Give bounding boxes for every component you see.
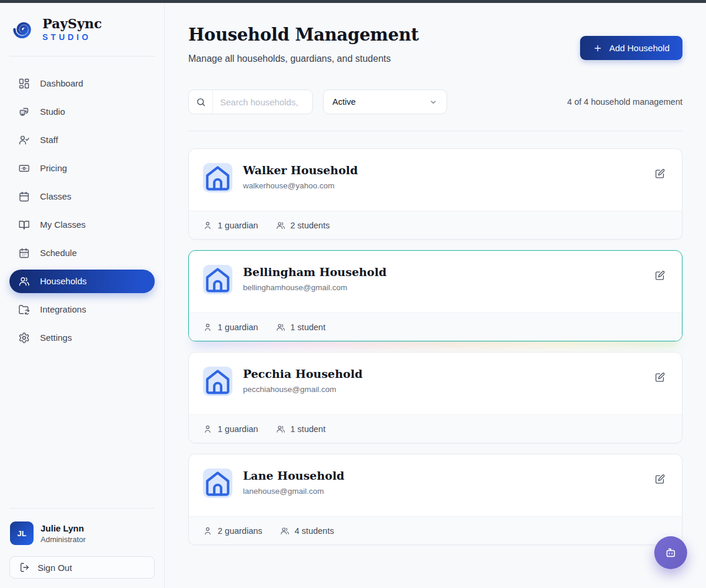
household-card[interactable]: Pecchia Household pecchiahouse@gmail.com…: [188, 352, 682, 443]
sidebar-item-label: Staff: [40, 134, 58, 146]
sidebar-item-classes[interactable]: Classes: [9, 185, 155, 208]
household-card[interactable]: Walker Household walkerhouse@yahoo.com 1…: [188, 148, 682, 240]
edit-household-button[interactable]: [652, 471, 668, 489]
users-icon: [18, 275, 30, 287]
home-icon: [203, 367, 232, 396]
calendar-days-icon: [18, 247, 30, 259]
gear-icon: [18, 332, 30, 344]
robot-icon: [664, 546, 677, 559]
sidebar-item-pricing[interactable]: Pricing: [9, 157, 155, 180]
guardian-icon: [203, 323, 212, 332]
student-count: 1 student: [291, 323, 326, 332]
assistant-fab-button[interactable]: [654, 536, 687, 569]
sidebar-item-my-classes[interactable]: My Classes: [9, 213, 155, 237]
household-email: pecchiahouse@gmail.com: [243, 385, 652, 394]
household-name: Lane Household: [243, 469, 652, 482]
search-input[interactable]: [213, 90, 312, 114]
top-accent-bar: [0, 0, 706, 3]
add-household-button[interactable]: Add Household: [580, 36, 682, 60]
plus-icon: [593, 44, 602, 53]
student-count: 2 students: [291, 221, 330, 230]
sidebar: PaySync STUDIO DashboardStudioStaffPrici…: [0, 3, 165, 588]
sidebar-nav: DashboardStudioStaffPricingClassesMy Cla…: [9, 72, 155, 350]
students-stat: 1 student: [276, 323, 326, 332]
sidebar-item-staff[interactable]: Staff: [9, 128, 155, 152]
content-divider: [188, 131, 682, 131]
students-stat: 4 students: [280, 526, 334, 536]
sidebar-divider: [9, 508, 155, 509]
status-filter-dropdown[interactable]: Active: [323, 89, 447, 114]
household-list: Walker Household walkerhouse@yahoo.com 1…: [188, 148, 682, 545]
household-email: lanehouse@gmail.com: [243, 487, 652, 496]
sidebar-item-label: My Classes: [40, 219, 86, 231]
household-card[interactable]: Bellingham Household bellinghamhouse@gma…: [188, 250, 682, 341]
household-name: Walker Household: [243, 164, 652, 177]
sidebar-item-label: Pricing: [40, 162, 67, 174]
page-subtitle: Manage all households, guardians, and st…: [188, 54, 419, 64]
guardian-stat: 2 guardians: [203, 526, 262, 536]
sidebar-item-dashboard[interactable]: Dashboard: [9, 72, 155, 95]
brand-subname: STUDIO: [42, 32, 102, 42]
edit-icon: [654, 474, 665, 485]
sidebar-item-label: Households: [40, 275, 86, 287]
home-icon: [203, 469, 232, 498]
sidebar-item-schedule[interactable]: Schedule: [9, 241, 155, 265]
dashboard-icon: [18, 78, 30, 89]
household-card-footer: 1 guardian 1 student: [189, 414, 682, 443]
avatar: JL: [10, 521, 34, 545]
edit-household-button[interactable]: [652, 166, 668, 184]
household-card-footer: 1 guardian 2 students: [189, 211, 682, 239]
user-role: Administrator: [41, 535, 86, 544]
sidebar-item-label: Integrations: [40, 304, 86, 315]
calendar-icon: [18, 191, 30, 202]
students-stat: 1 student: [276, 424, 326, 434]
household-email: bellinghamhouse@gmail.com: [243, 283, 652, 292]
guardian-icon: [203, 424, 212, 434]
sidebar-item-studio[interactable]: Studio: [9, 100, 155, 124]
theater-masks-icon: [18, 106, 30, 118]
page-title: Household Management: [188, 25, 419, 45]
edit-icon: [654, 168, 665, 180]
chevron-down-icon: [429, 98, 438, 107]
students-icon: [276, 424, 285, 434]
students-icon: [280, 526, 289, 536]
user-check-icon: [18, 134, 30, 146]
status-filter-value: Active: [332, 97, 356, 107]
household-card-footer: 1 guardian 1 student: [189, 313, 682, 341]
brand-name: PaySync: [42, 17, 102, 31]
guardian-count: 2 guardians: [218, 526, 262, 536]
home-icon: [203, 163, 232, 192]
guardian-icon: [203, 221, 212, 230]
students-icon: [276, 323, 285, 332]
sidebar-item-settings[interactable]: Settings: [9, 326, 155, 350]
sign-out-button[interactable]: Sign Out: [9, 556, 155, 579]
sidebar-item-label: Settings: [40, 332, 72, 344]
spiral-logo-icon: [9, 16, 36, 43]
user-name: Julie Lynn: [41, 523, 86, 533]
household-card[interactable]: Lane Household lanehouse@gmail.com 2 gua…: [188, 454, 682, 545]
household-name: Pecchia Household: [243, 367, 652, 380]
home-icon: [203, 265, 232, 294]
sidebar-item-label: Classes: [40, 191, 71, 202]
add-household-label: Add Household: [609, 43, 670, 53]
edit-household-button[interactable]: [652, 268, 668, 285]
sign-out-label: Sign Out: [38, 563, 72, 573]
sidebar-item-integrations[interactable]: Integrations: [9, 298, 155, 321]
edit-household-button[interactable]: [652, 370, 668, 387]
edit-icon: [654, 270, 665, 281]
sidebar-item-label: Dashboard: [40, 78, 83, 89]
guardian-icon: [203, 526, 212, 536]
user-profile: JL Julie Lynn Administrator: [9, 521, 155, 545]
guardian-stat: 1 guardian: [203, 424, 258, 434]
result-count: 4 of 4 household management: [567, 97, 682, 107]
sidebar-item-label: Studio: [40, 106, 65, 118]
banknote-icon: [18, 162, 30, 174]
sidebar-item-households[interactable]: Households: [9, 270, 155, 293]
main-content: Household Management Manage all househol…: [165, 3, 706, 588]
household-email: walkerhouse@yahoo.com: [243, 181, 652, 190]
book-open-icon: [18, 219, 30, 231]
guardian-count: 1 guardian: [218, 323, 258, 332]
guardian-stat: 1 guardian: [203, 221, 258, 230]
search-box: [188, 89, 313, 114]
household-name: Bellingham Household: [243, 265, 652, 278]
